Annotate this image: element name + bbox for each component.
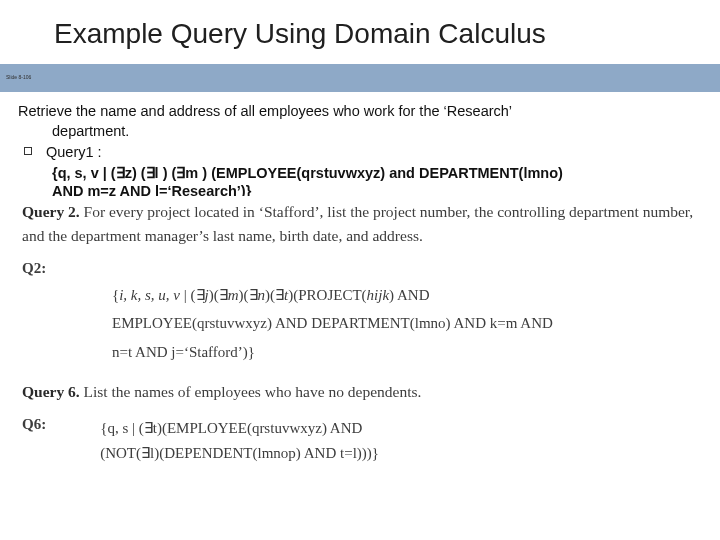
q6-row: Q6: {q, s | (∃t)(EMPLOYEE(qrstuvwxyz) AN… — [22, 416, 698, 467]
txt: )(∃ — [209, 287, 228, 303]
var: lmnop — [257, 445, 295, 461]
formula-line1: {q, s, v | (∃z) (∃l ) (∃m ) (EMPLOYEE(qr… — [18, 164, 696, 184]
var: hijk — [367, 287, 390, 303]
q6-math-line1: {q, s | (∃t)(EMPLOYEE(qrstuvwxyz) AND — [100, 416, 379, 442]
txt: ) AND — [322, 420, 362, 436]
q2-label: Q2: — [22, 260, 698, 277]
content-block: Retrieve the name and address of all emp… — [0, 92, 720, 196]
txt: | (∃ — [180, 287, 205, 303]
txt: ) AND — [389, 287, 429, 303]
query2-description: Query 2. For every project located in ‘S… — [22, 200, 698, 248]
txt: AND — [132, 344, 171, 360]
q6-label: Q6: — [22, 416, 46, 433]
bullet-label: Query1 : — [46, 143, 696, 163]
txt: AND — [517, 315, 552, 331]
txt: )(∃ — [239, 287, 258, 303]
q2-math-line1: {i, k, s, u, v | (∃j)(∃m)(∃n)(∃t)(PROJEC… — [22, 283, 698, 309]
query6-desc-text: List the names of employees who have no … — [84, 383, 422, 400]
bullet-row: Query1 : — [18, 143, 696, 163]
query2-desc-text: For every project located in ‘Stafford’,… — [22, 203, 693, 244]
txt: )))} — [357, 445, 379, 461]
var: n — [258, 287, 266, 303]
formula-line2-clipped: AND m=z AND l=‘Research’)} — [18, 184, 696, 196]
intro-text-line1: Retrieve the name and address of all emp… — [18, 102, 696, 122]
var: lmno — [415, 315, 446, 331]
textbook-excerpt: Query 2. For every project located in ‘S… — [0, 196, 720, 467]
query6-heading: Query 6. — [22, 383, 80, 400]
var: qrstuvwxyz — [197, 315, 267, 331]
txt: (NOT(∃ — [100, 445, 150, 461]
q6-math: {q, s | (∃t)(EMPLOYEE(qrstuvwxyz) AND (N… — [100, 416, 379, 467]
vars: i, k, s, u, v — [119, 287, 180, 303]
title-area: Example Query Using Domain Calculus — [0, 0, 720, 58]
txt: )(∃ — [265, 287, 284, 303]
query2-heading: Query 2. — [22, 203, 80, 220]
slide-number-label: Slide 8-106 — [6, 75, 31, 81]
txt: =‘Stafford’)} — [175, 344, 255, 360]
txt: ) AND — [296, 445, 340, 461]
slide-title: Example Query Using Domain Calculus — [54, 18, 690, 50]
var: t=l — [340, 445, 357, 461]
q6-math-line2: (NOT(∃l)(DEPENDENT(lmnop) AND t=l)))} — [100, 441, 379, 467]
query6-description: Query 6. List the names of employees who… — [22, 380, 698, 404]
slide: Example Query Using Domain Calculus Slid… — [0, 0, 720, 540]
txt: )(PROJECT( — [288, 287, 366, 303]
q2-math-line2: EMPLOYEE(qrstuvwxyz) AND DEPARTMENT(lmno… — [22, 311, 698, 337]
var: qrstuvwxyz — [252, 420, 322, 436]
q2-math-line3: n=t AND j=‘Stafford’)} — [22, 340, 698, 366]
var: q, s — [107, 420, 128, 436]
txt: )(DEPENDENT( — [154, 445, 257, 461]
txt: ) AND — [446, 315, 490, 331]
txt: )(EMPLOYEE( — [157, 420, 252, 436]
intro-text-line2: department. — [18, 122, 696, 142]
var: k=m — [490, 315, 518, 331]
var: n=t — [112, 344, 132, 360]
txt: ) AND DEPARTMENT( — [267, 315, 415, 331]
var: m — [228, 287, 239, 303]
txt: | (∃ — [128, 420, 153, 436]
txt: EMPLOYEE( — [112, 315, 197, 331]
square-bullet-icon — [24, 147, 32, 155]
accent-banner: Slide 8-106 — [0, 64, 720, 92]
